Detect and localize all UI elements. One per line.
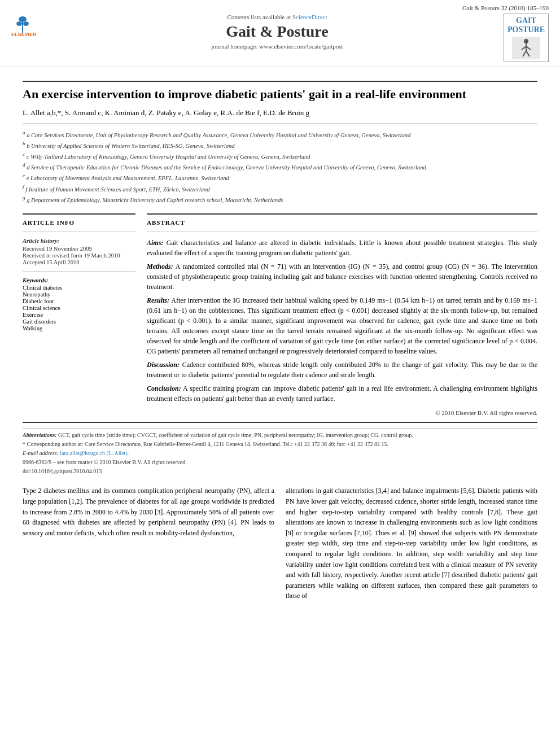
- conclusion-text: A specific training program can improve …: [147, 385, 537, 403]
- info-top-divider: [23, 213, 135, 215]
- abbrev-label: Abbreviations:: [23, 432, 57, 438]
- corresponding-label: * Corresponding author at:: [23, 441, 83, 447]
- svg-point-6: [524, 39, 528, 43]
- discussion-text: Cadence contributed 80%, whereas stride …: [147, 361, 537, 379]
- keyword-3: Diabetic foot: [23, 298, 135, 304]
- article-authors: L. Allet a,b,*, S. Armand c, K. Aminian …: [23, 108, 537, 117]
- corresponding-line: * Corresponding author at: Care Service …: [23, 440, 537, 448]
- discussion-label: Discussion:: [147, 361, 180, 369]
- history-keywords-divider: [23, 271, 135, 272]
- article-info-col: ARTICLE INFO Article history: Received 1…: [23, 209, 135, 418]
- affiliation-f: f f Institute of Human Movement Sciences…: [23, 184, 537, 194]
- journal-ref: Gait & Posture 32 (2010) 185–190: [11, 5, 549, 11]
- copyright: © 2010 Elsevier B.V. All rights reserved…: [147, 408, 537, 418]
- abstract-body: Aims: Gait characteristics and balance a…: [147, 238, 537, 418]
- badge-posture-label: POSTURE: [508, 25, 545, 34]
- abstract-label-divider: [147, 231, 537, 232]
- abstract-col: ABSTRACT Aims: Gait characteristics and …: [147, 209, 537, 418]
- footnotes-block: Abbreviations: GCT, gait cycle time (str…: [23, 429, 537, 475]
- article-info-label: ARTICLE INFO: [23, 219, 135, 226]
- history-label: Article history:: [23, 238, 135, 244]
- abstract-results: Results: After intervention the IG incre…: [147, 295, 537, 356]
- accepted-date: Accepted 15 April 2010: [23, 259, 135, 265]
- authors-divider: [23, 123, 537, 124]
- body-top-divider: [23, 422, 537, 423]
- sciencedirect-link[interactable]: ScienceDirect: [292, 14, 327, 20]
- svg-text:ELSEVIER: ELSEVIER: [11, 32, 37, 36]
- affiliation-b: b b University of Applied Sciences of We…: [23, 140, 537, 150]
- svg-line-9: [526, 46, 531, 50]
- received-date: Received 19 November 2009: [23, 246, 135, 252]
- results-text: After intervention the IG increased thei…: [147, 296, 537, 355]
- corresponding-text: Care Service Directorate, Rue Gabrielle-…: [85, 441, 388, 447]
- journal-homepage: journal homepage: www.elsevier.com/locat…: [56, 43, 498, 50]
- top-divider: [23, 81, 537, 82]
- badge-gait-label: GAIT: [516, 16, 536, 25]
- affiliation-c: c c Willy Taillard Laboratory of Kinesio…: [23, 151, 537, 161]
- doi-line: doi:10.1016/j.gaitpost.2010.04.013: [23, 468, 537, 475]
- journal-title: Gait & Posture: [56, 23, 498, 41]
- svg-point-4: [23, 21, 29, 26]
- abstract-conclusion: Conclusion: A specific training program …: [147, 383, 537, 404]
- received-revised-date: Received in revised form 19 March 2010: [23, 252, 135, 259]
- email-address: lara.allet@hcuge.ch (L. Allet).: [60, 450, 129, 456]
- abbreviations-line: Abbreviations: GCT, gait cycle time (str…: [23, 431, 537, 439]
- abstract-label: ABSTRACT: [147, 219, 537, 226]
- body-paragraph-left: Type 2 diabetes mellitus and its common …: [23, 486, 274, 538]
- header-main: ELSEVIER Contents lists available at Sci…: [11, 14, 549, 67]
- svg-point-2: [19, 16, 27, 22]
- keyword-1: Clinical diabetes: [23, 285, 135, 291]
- body-section: Type 2 diabetes mellitus and its common …: [0, 477, 560, 601]
- header-center: Contents lists available at ScienceDirec…: [51, 14, 504, 62]
- keyword-6: Gait disorders: [23, 318, 135, 325]
- info-label-divider: [23, 231, 135, 232]
- affiliation-g: g g Department of Epidemiology, Maastric…: [23, 194, 537, 204]
- contents-available: Contents lists available at ScienceDirec…: [56, 14, 498, 20]
- issn-line: 0966-6362/$ – see front matter © 2010 El…: [23, 458, 537, 466]
- elsevier-logo-icon: ELSEVIER: [11, 14, 51, 36]
- svg-line-11: [526, 51, 530, 56]
- keyword-5: Exercise: [23, 312, 135, 318]
- keywords-label: Keywords:: [23, 277, 135, 283]
- journal-badge-icon: [512, 37, 540, 59]
- header-left: ELSEVIER: [11, 14, 51, 62]
- keyword-4: Clinical science: [23, 305, 135, 311]
- body-divider-wrapper: [0, 422, 560, 423]
- info-abstract-section: ARTICLE INFO Article history: Received 1…: [0, 209, 560, 418]
- journal-badge: GAIT POSTURE: [504, 14, 549, 62]
- email-line: E-mail address: lara.allet@hcuge.ch (L. …: [23, 449, 537, 457]
- journal-header: Gait & Posture 32 (2010) 185–190 ELSEVIE…: [0, 0, 560, 67]
- body-col-right: alterations in gait characteristics [3,4…: [286, 486, 537, 601]
- conclusion-label: Conclusion:: [147, 385, 181, 392]
- svg-line-8: [522, 46, 526, 50]
- affiliation-d: d d Service of Therapeutic Education for…: [23, 161, 537, 172]
- article-title-section: An exercise intervention to improve diab…: [0, 67, 560, 204]
- aims-text: Gait characteristics and balance are alt…: [147, 239, 537, 257]
- gait-figure-icon: [515, 38, 537, 58]
- aims-label: Aims:: [147, 239, 163, 247]
- abstract-top-divider: [147, 213, 537, 215]
- abstract-aims: Aims: Gait characteristics and balance a…: [147, 238, 537, 258]
- page-wrapper: Gait & Posture 32 (2010) 185–190 ELSEVIE…: [0, 0, 560, 747]
- affiliation-a: a a Care Services Directorate, Unit of P…: [23, 129, 537, 139]
- affiliation-e: e e Laboratory of Movement Analysis and …: [23, 172, 537, 182]
- body-two-col: Type 2 diabetes mellitus and its common …: [23, 486, 537, 601]
- abstract-discussion: Discussion: Cadence contributed 80%, whe…: [147, 360, 537, 380]
- body-paragraph-right: alterations in gait characteristics [3,4…: [286, 486, 537, 601]
- abstract-methods: Methods: A randomized controlled trial (…: [147, 261, 537, 292]
- keywords-section: Keywords: Clinical diabetes Neuropathy D…: [23, 277, 135, 331]
- svg-point-3: [16, 21, 22, 26]
- keyword-2: Neuropathy: [23, 291, 135, 298]
- keyword-7: Walking: [23, 325, 135, 331]
- results-label: Results:: [147, 296, 169, 304]
- article-history: Article history: Received 19 November 20…: [23, 238, 135, 265]
- methods-label: Methods:: [147, 263, 173, 270]
- methods-text: A randomized controlled trial (N = 71) w…: [147, 263, 537, 291]
- affiliations-block: a a Care Services Directorate, Unit of P…: [23, 129, 537, 204]
- article-title: An exercise intervention to improve diab…: [23, 86, 537, 103]
- svg-line-10: [523, 51, 526, 56]
- abbrev-text: GCT, gait cycle time (stride time); CVGC…: [58, 432, 413, 438]
- body-col-left: Type 2 diabetes mellitus and its common …: [23, 486, 274, 601]
- email-label: E-mail address:: [23, 450, 59, 456]
